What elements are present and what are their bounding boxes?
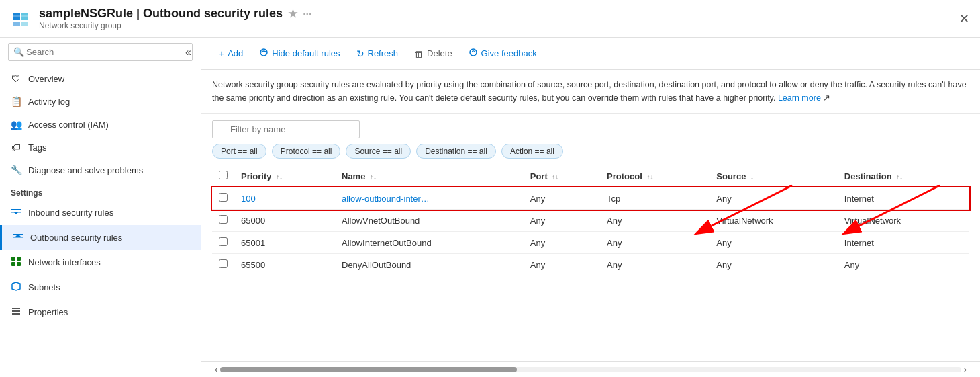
settings-section-label: Settings: [0, 181, 201, 200]
scroll-right-icon[interactable]: ›: [961, 364, 969, 374]
sidebar-item-overview[interactable]: 🛡 Overview: [0, 67, 201, 90]
tag-icon: 🏷: [11, 142, 21, 153]
sidebar-item-label: Access control (IAM): [28, 120, 109, 130]
scroll-thumb[interactable]: [220, 367, 516, 372]
hide-icon: [259, 48, 268, 59]
refresh-button[interactable]: ↻ Refresh: [350, 45, 405, 62]
subnet-icon: [11, 281, 21, 294]
row-port: Any: [524, 210, 600, 232]
more-options-icon[interactable]: ···: [303, 8, 311, 20]
hide-default-rules-button[interactable]: Hide default rules: [252, 44, 346, 62]
row-name[interactable]: allow-outbound-inter…: [335, 187, 524, 210]
add-button[interactable]: + Add: [212, 45, 250, 62]
refresh-icon: ↻: [356, 48, 364, 59]
select-all-checkbox[interactable]: [219, 171, 228, 179]
info-box: Network security group security rules ar…: [201, 70, 980, 114]
row-checkbox[interactable]: [219, 259, 228, 268]
filter-tag-destination[interactable]: Destination == all: [416, 144, 496, 159]
sort-destination-icon: ↑↓: [896, 173, 903, 181]
row-name: AllowInternetOutBound: [335, 232, 524, 254]
grid-icon: [11, 256, 21, 269]
sidebar-item-subnets[interactable]: Subnets: [0, 275, 201, 300]
scroll-left-icon[interactable]: ‹: [212, 364, 220, 374]
sidebar-search-wrapper: 🔍 «: [0, 38, 201, 67]
filter-tag-port[interactable]: Port == all: [212, 144, 266, 159]
row-checkbox[interactable]: [219, 215, 228, 224]
filter-tag-source[interactable]: Source == all: [346, 144, 411, 159]
name-link[interactable]: allow-outbound-inter…: [342, 194, 430, 204]
sidebar-item-inbound[interactable]: Inbound security rules: [0, 200, 201, 225]
close-icon[interactable]: ✕: [959, 11, 969, 26]
sort-port-icon: ↑↓: [552, 173, 558, 181]
feedback-label: Give feedback: [481, 48, 537, 58]
col-source[interactable]: Source ↓: [709, 165, 838, 187]
col-protocol[interactable]: Protocol ↑↓: [600, 165, 709, 187]
sidebar-item-outbound[interactable]: Outbound security rules: [0, 225, 201, 250]
delete-button[interactable]: 🗑 Delete: [407, 45, 459, 62]
sidebar-item-tags[interactable]: 🏷 Tags: [0, 136, 201, 159]
sidebar-item-activity-log[interactable]: 📋 Activity log: [0, 90, 201, 113]
row-protocol: Tcp: [600, 187, 709, 210]
delete-label: Delete: [427, 48, 452, 58]
main-content: + Add Hide default rules ↻ Refresh 🗑 Del…: [201, 38, 980, 377]
feedback-icon: [469, 48, 478, 59]
row-checkbox-cell: [212, 254, 234, 276]
table-row: 65500DenyAllOutBoundAnyAnyAnyAny: [212, 254, 969, 276]
priority-link[interactable]: 100: [241, 194, 256, 204]
svg-rect-2: [13, 22, 20, 26]
search-input[interactable]: [8, 43, 193, 61]
sidebar-item-label: Subnets: [28, 282, 60, 292]
table-wrap: Priority ↑↓ Name ↑↓ Port ↑↓ Protocol ↑↓ …: [201, 165, 980, 361]
col-name[interactable]: Name ↑↓: [335, 165, 524, 187]
sidebar-nav: 🛡 Overview 📋 Activity log 👥 Access contr…: [0, 67, 201, 377]
page-title: sampleNSGRule | Outbound security rules …: [39, 7, 952, 21]
row-priority[interactable]: 100: [234, 187, 335, 210]
row-name: AllowVnetOutBound: [335, 210, 524, 232]
filter-tag-action[interactable]: Action == all: [501, 144, 563, 159]
filter-tags: Port == all Protocol == all Source == al…: [212, 144, 969, 159]
svg-rect-14: [17, 262, 21, 266]
row-checkbox-cell: [212, 210, 234, 232]
svg-rect-11: [11, 257, 15, 261]
sidebar-item-network-interfaces[interactable]: Network interfaces: [0, 250, 201, 275]
col-priority[interactable]: Priority ↑↓: [234, 165, 335, 187]
filter-tag-protocol[interactable]: Protocol == all: [272, 144, 341, 159]
header-title-group: sampleNSGRule | Outbound security rules …: [39, 7, 952, 30]
delete-icon: 🗑: [414, 48, 424, 59]
filter-area: 🔍 Port == all Protocol == all Source == …: [201, 114, 980, 165]
hide-default-label: Hide default rules: [272, 48, 340, 58]
sidebar-item-properties[interactable]: Properties: [0, 300, 201, 325]
wrench-icon: 🔧: [11, 165, 21, 175]
sidebar-item-diagnose[interactable]: 🔧 Diagnose and solve problems: [0, 159, 201, 181]
row-destination: VirtualNetwork: [838, 210, 969, 232]
svg-rect-0: [13, 13, 20, 20]
filter-input[interactable]: [212, 120, 360, 138]
favorite-icon[interactable]: ★: [288, 7, 297, 20]
col-port[interactable]: Port ↑↓: [524, 165, 600, 187]
search-icon: 🔍: [13, 47, 24, 57]
sidebar-collapse-icon[interactable]: «: [185, 46, 191, 58]
horizontal-scrollbar[interactable]: ‹ ›: [201, 361, 980, 377]
feedback-button[interactable]: Give feedback: [462, 44, 544, 62]
toolbar: + Add Hide default rules ↻ Refresh 🗑 Del…: [201, 38, 980, 70]
row-priority: 65001: [234, 232, 335, 254]
svg-rect-5: [11, 209, 21, 210]
row-checkbox[interactable]: [219, 237, 228, 246]
row-destination: Internet: [838, 232, 969, 254]
row-source: VirtualNetwork: [709, 210, 838, 232]
row-protocol: Any: [600, 232, 709, 254]
sidebar-item-label: Diagnose and solve problems: [28, 165, 143, 175]
outbound-icon: [13, 231, 23, 244]
header-subtitle: Network security group: [39, 21, 952, 30]
info-text: Network security group security rules ar…: [212, 80, 967, 103]
row-checkbox[interactable]: [219, 193, 228, 202]
col-destination[interactable]: Destination ↑↓: [838, 165, 969, 187]
sidebar-item-access-control[interactable]: 👥 Access control (IAM): [0, 113, 201, 136]
svg-rect-1: [21, 13, 28, 20]
table-row: 65000AllowVnetOutBoundAnyAnyVirtualNetwo…: [212, 210, 969, 232]
learn-more-link[interactable]: Learn more: [778, 93, 821, 103]
sort-source-icon: ↓: [750, 173, 754, 181]
list-icon: 📋: [11, 96, 21, 107]
svg-rect-17: [12, 313, 20, 315]
scroll-track[interactable]: [220, 367, 961, 372]
